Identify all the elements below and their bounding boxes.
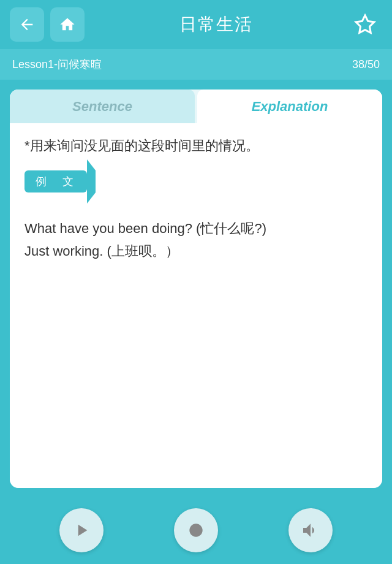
example-line-2: Just working. (上班呗。） (24, 240, 368, 262)
example-text: What have you been doing? (忙什么呢?) Just w… (24, 217, 368, 263)
card-content: *用来询问没见面的这段时间里的情况。 例 文 What have you bee… (10, 123, 382, 488)
play-button[interactable] (59, 508, 104, 552)
top-nav-bar: 日常生活 (0, 0, 392, 49)
lesson-bar: Lesson1-问候寒暄 38/50 (0, 49, 392, 80)
tab-sentence[interactable]: Sentence (10, 90, 195, 123)
card-area: Sentence Explanation *用来询问没见面的这段时间里的情况。 … (10, 90, 382, 488)
speaker-button[interactable] (288, 508, 333, 552)
lesson-title: Lesson1-问候寒暄 (12, 57, 102, 72)
svg-marker-0 (356, 15, 374, 33)
example-line-1: What have you been doing? (忙什么呢?) (24, 217, 368, 240)
home-button[interactable] (50, 7, 85, 42)
explanation-text: *用来询问没见面的这段时间里的情况。 (24, 135, 368, 156)
tab-bar: Sentence Explanation (10, 90, 382, 123)
back-button[interactable] (10, 7, 44, 42)
bottom-controls (0, 497, 392, 564)
lesson-progress: 38/50 (352, 58, 380, 71)
example-badge: 例 文 (24, 170, 87, 192)
favorite-button[interactable] (348, 7, 382, 42)
page-title: 日常生活 (179, 13, 253, 36)
tab-explanation[interactable]: Explanation (197, 90, 382, 123)
record-button[interactable] (174, 508, 218, 552)
svg-point-1 (189, 524, 202, 536)
